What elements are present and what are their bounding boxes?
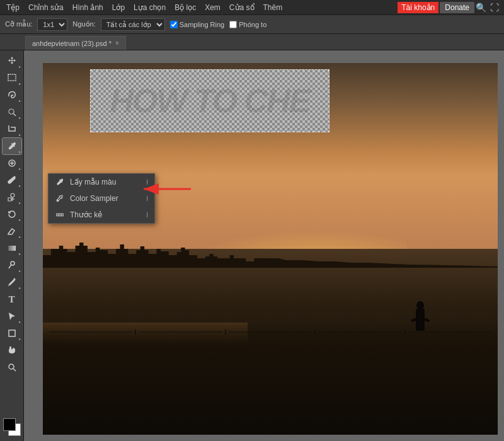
svg-point-14: [9, 364, 14, 369]
svg-rect-9: [8, 246, 16, 251]
tab-close-button[interactable]: ×: [115, 40, 119, 47]
source-label: Nguồn:: [72, 20, 95, 28]
move-tool-button[interactable]: ▸: [3, 53, 21, 69]
sampling-ring-label: Sampling Ring: [180, 21, 225, 28]
context-menu-eyedropper-shortcut: I: [146, 179, 148, 186]
selection-text-overlay: HOW TO CHE: [91, 70, 329, 132]
healing-tool-button[interactable]: ▸: [3, 155, 21, 171]
eyedropper-menu-icon: [55, 177, 65, 187]
sampling-ring-checkbox[interactable]: [170, 21, 178, 28]
menu-item-view[interactable]: Xem: [201, 2, 224, 13]
svg-point-10: [11, 261, 14, 265]
eyedropper-tool-button[interactable]: ▸: [3, 138, 21, 154]
options-bar: Cỡ mẫu: 1x1 3x3 5x5 Nguồn: Tất cả các lớ…: [0, 15, 504, 34]
menu-item-filter[interactable]: Bộ lọc: [171, 2, 200, 13]
menu-item-account[interactable]: Tài khoản: [398, 2, 438, 13]
menu-item-them[interactable]: Thêm: [260, 2, 287, 13]
menu-item-edit[interactable]: Chỉnh sửa: [25, 2, 67, 13]
menu-item-image[interactable]: Hình ảnh: [69, 2, 107, 13]
zoom-tool-button[interactable]: [3, 359, 21, 375]
canvas-wrapper: HOW TO CHE: [43, 63, 498, 435]
gradient-tool-button[interactable]: ▸: [3, 240, 21, 256]
tab-bar: anhdepvietnam (23).psd * ×: [0, 34, 504, 50]
brush-tool-button[interactable]: ▸: [3, 172, 21, 188]
svg-point-17: [57, 200, 59, 202]
toolbar: ▸ ▸ ▸ ▸ ▸ ▸ ▸: [0, 50, 24, 441]
svg-point-6: [11, 193, 14, 197]
svg-point-12: [13, 278, 15, 280]
sampling-ring-wrap: Sampling Ring: [170, 21, 225, 28]
city-silhouette: [43, 243, 498, 268]
foreground-color-swatch[interactable]: [3, 418, 16, 431]
context-menu-ruler-shortcut: I: [146, 212, 148, 219]
lasso-tool-button[interactable]: ▸: [3, 87, 21, 103]
hand-tool-button[interactable]: [3, 342, 21, 358]
svg-rect-0: [8, 74, 16, 81]
person-silhouette: [411, 296, 430, 331]
menu-item-donate[interactable]: Donate: [440, 2, 474, 13]
context-menu-color-sampler-shortcut: I: [146, 195, 148, 202]
context-menu-item-color-sampler[interactable]: Color Sampler I: [49, 190, 154, 207]
fullscreen-icon[interactable]: ⛶: [490, 3, 499, 13]
crop-tool-button[interactable]: ▸: [3, 121, 21, 137]
context-menu-ruler-label: Thước kẻ: [70, 210, 102, 219]
canvas-area[interactable]: HOW TO CHE Lấy mẫu màu I Color Sampler I: [24, 50, 504, 441]
history-tool-button[interactable]: ▸: [3, 206, 21, 222]
path-select-tool-button[interactable]: ▸: [3, 308, 21, 324]
grass-layer: [43, 323, 498, 435]
sample-size-select[interactable]: 1x1 3x3 5x5: [37, 18, 67, 31]
color-sampler-menu-icon: [55, 193, 65, 203]
fg-bg-swatches[interactable]: [3, 418, 21, 436]
zoom-label: Phóng to: [239, 21, 266, 28]
ruler-menu-icon: [55, 210, 65, 220]
pen-tool-button[interactable]: ▸: [3, 274, 21, 290]
sample-size-label: Cỡ mẫu:: [5, 20, 32, 28]
svg-rect-13: [9, 330, 15, 336]
quick-select-tool-button[interactable]: ▸: [3, 104, 21, 120]
menu-item-layer[interactable]: Lớp: [108, 2, 129, 13]
zoom-checkbox[interactable]: [229, 21, 237, 28]
context-menu-eyedropper-label: Lấy mẫu màu: [70, 178, 116, 186]
menu-bar: Tệp Chỉnh sửa Hình ảnh Lớp Lựa chọn Bộ l…: [0, 0, 504, 15]
selection-box: HOW TO CHE: [90, 69, 329, 132]
menu-item-file[interactable]: Tệp: [3, 2, 23, 13]
context-menu-color-sampler-label: Color Sampler: [70, 194, 118, 203]
menu-item-select[interactable]: Lựa chọn: [130, 2, 169, 13]
tab-filename: anhdepvietnam (23).psd *: [32, 40, 112, 47]
svg-line-2: [13, 113, 16, 116]
clone-tool-button[interactable]: ▸: [3, 189, 21, 205]
zoom-wrap: Phóng to: [229, 21, 266, 28]
context-menu: Lấy mẫu màu I Color Sampler I Thước kẻ I: [48, 173, 155, 224]
svg-line-11: [9, 265, 11, 269]
shape-tool-button[interactable]: ▸: [3, 325, 21, 341]
dodge-tool-button[interactable]: ▸: [3, 257, 21, 273]
text-tool-button[interactable]: T: [3, 291, 21, 307]
svg-marker-16: [43, 243, 498, 268]
search-icon[interactable]: 🔍: [476, 3, 486, 13]
marquee-tool-button[interactable]: ▸: [3, 70, 21, 86]
context-menu-item-eyedropper[interactable]: Lấy mẫu màu I: [49, 174, 154, 190]
photo-scene: HOW TO CHE: [43, 63, 498, 435]
source-select[interactable]: Tất cả các lớp Lớp hiện tại: [101, 18, 165, 31]
document-tab[interactable]: anhdepvietnam (23).psd * ×: [25, 36, 126, 50]
svg-line-15: [13, 369, 16, 371]
eraser-tool-button[interactable]: ▸: [3, 223, 21, 239]
main-area: ▸ ▸ ▸ ▸ ▸ ▸ ▸: [0, 50, 504, 441]
menu-icons: 🔍 ⛶: [476, 3, 501, 13]
context-menu-item-ruler[interactable]: Thước kẻ I: [49, 207, 154, 223]
svg-point-1: [9, 109, 14, 114]
color-swatches: [3, 418, 21, 438]
selection-content-text: HOW TO CHE: [110, 82, 309, 120]
menu-item-window[interactable]: Cửa sổ: [226, 2, 258, 13]
